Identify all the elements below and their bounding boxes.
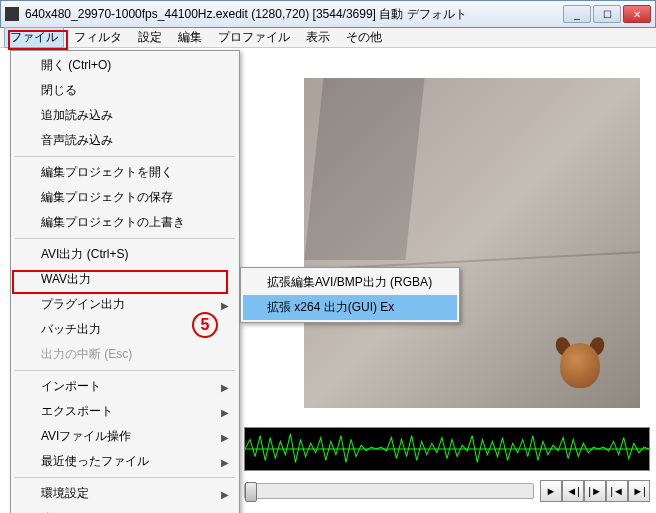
menu-avi-ops[interactable]: AVIファイル操作▶ — [13, 424, 237, 449]
menu-settings[interactable]: 設定 — [132, 27, 168, 48]
submenu-arrow-icon: ▶ — [221, 456, 229, 467]
separator — [15, 156, 235, 157]
video-preview — [304, 78, 640, 408]
submenu-arrow-icon: ▶ — [221, 406, 229, 417]
seek-thumb[interactable] — [245, 482, 257, 502]
app-icon — [5, 7, 19, 21]
menu-wav-out[interactable]: WAV出力 — [13, 267, 237, 292]
separator — [15, 370, 235, 371]
submenu-arrow-icon: ▶ — [221, 488, 229, 499]
preview-subject-body — [560, 343, 600, 388]
submenu-arrow-icon: ▶ — [221, 431, 229, 442]
menu-env-label: 環境設定 — [41, 486, 89, 500]
menu-export-label: エクスポート — [41, 404, 113, 418]
annotation-step-number: 5 — [192, 312, 218, 338]
menu-plugin-out-label: プラグイン出力 — [41, 297, 125, 311]
file-menu-dropdown: 開く (Ctrl+O) 閉じる 追加読み込み 音声読み込み 編集プロジェクトを開… — [10, 50, 240, 513]
minimize-button[interactable]: _ — [563, 5, 591, 23]
title-bar: 640x480_29970-1000fps_44100Hz.exedit (12… — [0, 0, 656, 28]
menu-edit[interactable]: 編集 — [172, 27, 208, 48]
play-button[interactable]: ► — [540, 480, 562, 502]
submenu-avi-bmp[interactable]: 拡張編集AVI/BMP出力 (RGBA) — [243, 270, 457, 295]
menu-open[interactable]: 開く (Ctrl+O) — [13, 53, 237, 78]
menu-import[interactable]: インポート▶ — [13, 374, 237, 399]
window-title: 640x480_29970-1000fps_44100Hz.exedit (12… — [25, 6, 563, 23]
menu-audio-load[interactable]: 音声読み込み — [13, 128, 237, 153]
close-button[interactable]: ✕ — [623, 5, 651, 23]
menu-open-project[interactable]: 編集プロジェクトを開く — [13, 160, 237, 185]
audio-waveform — [244, 427, 650, 471]
menu-avi-out[interactable]: AVI出力 (Ctrl+S) — [13, 242, 237, 267]
menu-overwrite-project[interactable]: 編集プロジェクトの上書き — [13, 210, 237, 235]
menu-bar: ファイル フィルタ 設定 編集 プロファイル 表示 その他 — [0, 28, 656, 48]
submenu-arrow-icon: ▶ — [221, 381, 229, 392]
menu-env[interactable]: 環境設定▶ — [13, 481, 237, 506]
menu-avi-ops-label: AVIファイル操作 — [41, 429, 131, 443]
menu-export[interactable]: エクスポート▶ — [13, 399, 237, 424]
menu-file[interactable]: ファイル — [4, 27, 64, 48]
menu-exit[interactable]: 終了 — [13, 506, 237, 513]
last-frame-button[interactable]: ►| — [628, 480, 650, 502]
transport-bar: ► ◄| |► |◄ ►| — [244, 475, 650, 507]
menu-filter[interactable]: フィルタ — [68, 27, 128, 48]
maximize-button[interactable]: ☐ — [593, 5, 621, 23]
submenu-x264[interactable]: 拡張 x264 出力(GUI) Ex — [243, 295, 457, 320]
menu-recent-label: 最近使ったファイル — [41, 454, 149, 468]
preview-shadow — [305, 78, 425, 260]
seek-slider[interactable] — [244, 483, 534, 499]
menu-recent[interactable]: 最近使ったファイル▶ — [13, 449, 237, 474]
step-fwd-button[interactable]: |► — [584, 480, 606, 502]
menu-view[interactable]: 表示 — [300, 27, 336, 48]
preview-area — [244, 50, 650, 423]
submenu-arrow-icon: ▶ — [221, 299, 229, 310]
menu-other[interactable]: その他 — [340, 27, 388, 48]
window-controls: _ ☐ ✕ — [563, 5, 651, 23]
preview-subject — [550, 333, 610, 398]
menu-append[interactable]: 追加読み込み — [13, 103, 237, 128]
waveform-svg — [245, 428, 649, 470]
separator — [15, 238, 235, 239]
menu-import-label: インポート — [41, 379, 101, 393]
menu-profile[interactable]: プロファイル — [212, 27, 296, 48]
first-frame-button[interactable]: |◄ — [606, 480, 628, 502]
menu-close-file[interactable]: 閉じる — [13, 78, 237, 103]
menu-save-project[interactable]: 編集プロジェクトの保存 — [13, 185, 237, 210]
transport-controls: ► ◄| |► |◄ ►| — [540, 480, 650, 502]
plugin-out-submenu: 拡張編集AVI/BMP出力 (RGBA) 拡張 x264 出力(GUI) Ex — [240, 267, 460, 323]
step-back-button[interactable]: ◄| — [562, 480, 584, 502]
separator — [15, 477, 235, 478]
menu-abort-out: 出力の中断 (Esc) — [13, 342, 237, 367]
